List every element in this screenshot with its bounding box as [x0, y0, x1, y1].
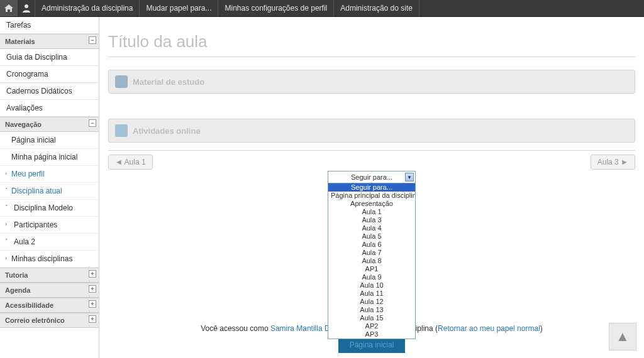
nav-minha-pagina[interactable]: Minha página inicial — [0, 149, 99, 166]
select-option[interactable]: Página principal da disciplina — [328, 192, 415, 200]
user-link[interactable]: Samira Mantilla DI — [270, 324, 332, 333]
select-option[interactable]: Aula 11 — [328, 290, 415, 298]
expand-icon[interactable]: + — [89, 315, 96, 323]
block-header-tutoria[interactable]: Tutoria+ — [0, 268, 99, 283]
jump-to-select[interactable]: Seguir para... ▼ Seguir para... Página p… — [328, 171, 416, 339]
scroll-top-button[interactable]: ▲ — [609, 323, 636, 350]
main-content: Título da aula Material de estudo Ativid… — [99, 17, 644, 358]
chevron-right-icon — [5, 170, 7, 176]
select-option[interactable]: Aula 1 — [328, 208, 415, 216]
select-option[interactable]: AP1 — [328, 265, 415, 273]
chevron-right-icon — [5, 221, 7, 227]
nav-minhas-disciplinas[interactable]: Minhas disciplinas — [0, 251, 99, 268]
select-options-list: Seguir para... Página principal da disci… — [328, 183, 415, 339]
next-section-button[interactable]: Aula 3 ► — [591, 155, 635, 170]
material-icon — [115, 75, 128, 88]
svg-point-0 — [25, 4, 28, 8]
select-option[interactable]: Seguir para... — [328, 183, 415, 192]
prev-section-button[interactable]: ◄ Aula 1 — [108, 155, 153, 170]
sidebar: Tarefas Materiais − Guia da Disciplina C… — [0, 17, 99, 358]
select-display[interactable]: Seguir para... ▼ — [328, 171, 415, 183]
nav-aula-2[interactable]: Aula 2 — [0, 234, 99, 251]
section-material: Material de estudo — [108, 70, 635, 94]
menu-config-perfil[interactable]: Minhas configurações de perfil — [218, 0, 334, 16]
block-title: Materiais — [5, 38, 35, 45]
select-option[interactable]: Aula 4 — [328, 224, 415, 232]
section-label: Material de estudo — [133, 77, 204, 87]
block-header-materiais[interactable]: Materiais − — [0, 34, 99, 49]
section-nav-row: ◄ Aula 1 Aula 3 ► — [108, 150, 635, 170]
collapse-icon[interactable]: − — [89, 119, 96, 127]
block-header-navegacao[interactable]: Navegação − — [0, 117, 99, 132]
sidebar-item-cronograma[interactable]: Cronograma — [0, 66, 99, 83]
block-title: Navegação — [5, 121, 42, 128]
chevron-down-icon — [5, 204, 8, 210]
block-header-agenda[interactable]: Agenda+ — [0, 283, 99, 298]
nav-meu-perfil[interactable]: Meu perfil — [0, 166, 99, 183]
section-activities: Atividades online — [108, 119, 635, 143]
sidebar-item-guia[interactable]: Guia da Disciplina — [0, 49, 99, 66]
nav-pagina-inicial[interactable]: Página inicial — [0, 132, 99, 149]
activities-icon — [115, 124, 128, 137]
sidebar-item-tarefas[interactable]: Tarefas — [0, 17, 99, 34]
select-option[interactable]: Aula 7 — [328, 249, 415, 257]
select-option[interactable]: Aula 9 — [328, 273, 415, 281]
select-option[interactable]: AP2 — [328, 322, 415, 330]
topbar: Administração da disciplina Mudar papel … — [0, 0, 644, 17]
select-option[interactable]: AP3 — [328, 330, 415, 339]
expand-icon[interactable]: + — [89, 270, 96, 278]
block-header-acessibilidade[interactable]: Acessibilidade+ — [0, 298, 99, 313]
nav-participantes[interactable]: Participantes — [0, 217, 99, 234]
select-option[interactable]: Aula 12 — [328, 298, 415, 306]
select-option[interactable]: Aula 6 — [328, 241, 415, 249]
expand-icon[interactable]: + — [89, 300, 96, 308]
select-option[interactable]: Aula 3 — [328, 216, 415, 224]
chevron-down-icon: ▼ — [405, 173, 414, 182]
sidebar-item-cadernos[interactable]: Cadernos Didáticos — [0, 83, 99, 100]
chevron-down-icon — [5, 187, 8, 193]
nav-disciplina-modelo[interactable]: Disciplina Modelo — [0, 200, 99, 217]
chevron-down-icon — [5, 238, 8, 244]
sidebar-item-avaliacoes[interactable]: Avaliações — [0, 100, 99, 117]
chevron-right-icon — [5, 255, 7, 261]
select-option[interactable]: Aula 15 — [328, 314, 415, 322]
menu-admin-site[interactable]: Administração do site — [334, 0, 419, 16]
section-label: Atividades online — [133, 126, 201, 136]
collapse-icon[interactable]: − — [89, 36, 96, 44]
return-role-link[interactable]: Retornar ao meu papel normal — [438, 324, 540, 333]
select-option[interactable]: Aula 10 — [328, 281, 415, 290]
select-option[interactable]: Aula 8 — [328, 257, 415, 265]
menu-admin-disciplina[interactable]: Administração da disciplina — [35, 0, 140, 16]
page-title: Título da aula — [108, 23, 635, 57]
select-option[interactable]: Apresentação — [328, 200, 415, 208]
block-header-correio[interactable]: Correio eletrônico+ — [0, 313, 99, 328]
home-icon[interactable] — [0, 0, 18, 16]
select-option[interactable]: Aula 13 — [328, 306, 415, 314]
user-icon[interactable] — [18, 0, 35, 16]
select-option[interactable]: Aula 5 — [328, 232, 415, 241]
nav-disciplina-atual[interactable]: Disciplina atual — [0, 183, 99, 200]
expand-icon[interactable]: + — [89, 285, 96, 293]
menu-mudar-papel[interactable]: Mudar papel para... — [140, 0, 218, 16]
